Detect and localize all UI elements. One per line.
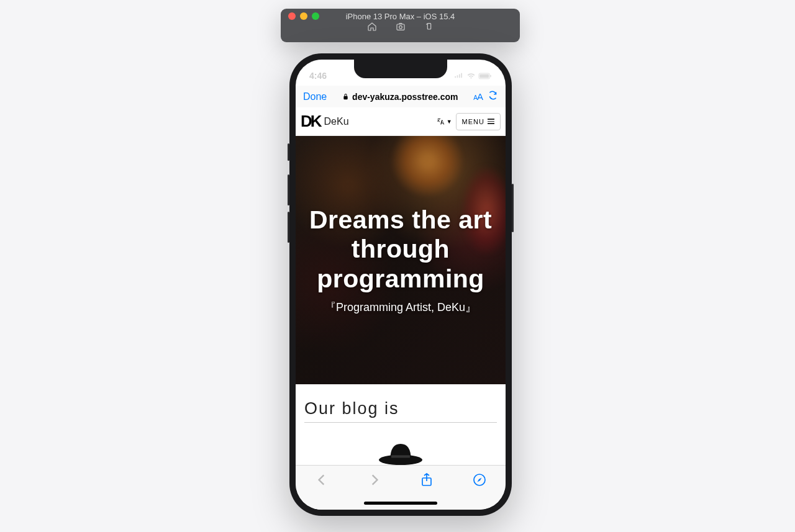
url-display[interactable]: dev-yakuza.posstree.com xyxy=(332,92,468,102)
hamburger-icon xyxy=(488,119,494,124)
notch xyxy=(354,60,447,78)
svg-rect-5 xyxy=(490,74,491,77)
phone-frame: 4:46 Done dev-yakuza.posstree.com AA xyxy=(289,53,512,516)
back-button[interactable] xyxy=(315,473,329,489)
web-content[interactable]: DK DeKu ▼ MENU Dreams the art through pr xyxy=(296,107,506,480)
hero-title: Dreams the art through programming xyxy=(302,205,499,293)
svg-rect-2 xyxy=(427,24,430,29)
status-indicators xyxy=(454,73,492,79)
minimize-window-button[interactable] xyxy=(300,12,307,20)
volume-up-button xyxy=(288,174,289,205)
svg-point-1 xyxy=(399,25,402,29)
home-icon[interactable] xyxy=(366,21,378,32)
screenshot-icon[interactable] xyxy=(395,21,406,32)
reload-button[interactable] xyxy=(488,90,498,103)
logo-text: DeKu xyxy=(324,116,349,127)
phone-screen: 4:46 Done dev-yakuza.posstree.com AA xyxy=(296,60,506,510)
safari-compass-button[interactable] xyxy=(473,473,486,489)
translate-icon xyxy=(437,117,445,126)
lock-icon xyxy=(342,93,349,100)
svg-rect-0 xyxy=(397,24,404,30)
text-size-button[interactable]: AA xyxy=(473,91,483,102)
hero-section: Dreams the art through programming 『Prog… xyxy=(296,136,506,384)
window-controls xyxy=(288,12,319,20)
svg-rect-6 xyxy=(343,96,347,100)
hero-subtitle: 『Programming Artist, DeKu』 xyxy=(325,300,476,315)
safari-address-bar: Done dev-yakuza.posstree.com AA xyxy=(296,86,506,107)
svg-rect-8 xyxy=(391,455,410,458)
volume-down-button xyxy=(288,212,289,243)
rotate-icon[interactable] xyxy=(424,21,435,32)
silent-switch xyxy=(288,143,289,161)
simulator-toolbar: iPhone 13 Pro Max – iOS 15.4 xyxy=(281,9,520,42)
avatar-illustration xyxy=(304,438,497,469)
site-header: DK DeKu ▼ MENU xyxy=(296,107,506,136)
home-indicator[interactable] xyxy=(364,502,437,505)
close-window-button[interactable] xyxy=(288,12,296,20)
blog-section: Our blog is xyxy=(296,384,506,469)
done-button[interactable]: Done xyxy=(303,91,327,102)
language-button[interactable]: ▼ xyxy=(437,117,452,126)
forward-button[interactable] xyxy=(368,473,381,489)
url-text: dev-yakuza.posstree.com xyxy=(352,92,458,102)
zoom-window-button[interactable] xyxy=(312,12,319,20)
menu-button[interactable]: MENU xyxy=(456,113,501,130)
share-button[interactable] xyxy=(420,473,434,489)
site-logo[interactable]: DK DeKu xyxy=(301,112,349,131)
safari-bottom-toolbar xyxy=(296,465,506,510)
svg-rect-4 xyxy=(479,74,489,78)
blog-heading: Our blog is xyxy=(304,399,497,423)
menu-label: MENU xyxy=(462,118,484,125)
logo-mark: DK xyxy=(301,112,320,131)
status-time: 4:46 xyxy=(309,71,327,81)
power-button xyxy=(512,184,514,232)
